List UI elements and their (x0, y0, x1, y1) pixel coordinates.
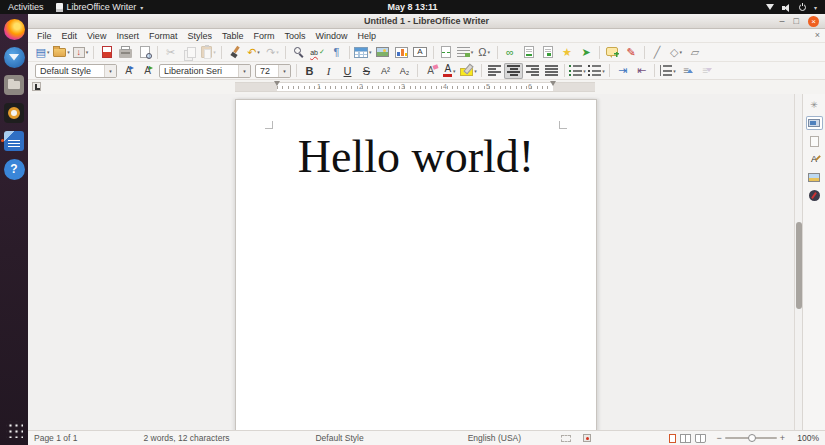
print-preview-button[interactable] (135, 44, 154, 60)
zoom-slider[interactable]: − + (716, 434, 785, 443)
page-style[interactable]: Default Style (315, 433, 363, 443)
basic-shapes-button[interactable]: ◇▾ (667, 44, 686, 60)
document-page[interactable]: Hello world! (235, 99, 597, 430)
redo-button[interactable]: ↷▾ (263, 44, 282, 60)
ordered-list-button[interactable]: ▾ (587, 63, 606, 79)
spelling-button[interactable]: ab✓ (308, 44, 327, 60)
strikethrough-button[interactable]: S (357, 63, 376, 79)
menu-form[interactable]: Form (248, 31, 279, 41)
tab-stop-selector[interactable] (32, 82, 41, 91)
clone-formatting-button[interactable] (225, 44, 244, 60)
menu-help[interactable]: Help (352, 31, 381, 41)
open-button[interactable]: ▾ (52, 44, 71, 60)
insert-page-break-button[interactable] (437, 44, 456, 60)
menu-edit[interactable]: Edit (57, 31, 83, 41)
dock-item-rhythmbox[interactable] (1, 100, 27, 126)
dock-item-libreoffice-writer[interactable] (1, 128, 27, 154)
find-replace-button[interactable] (289, 44, 308, 60)
menu-file[interactable]: File (32, 31, 57, 41)
italic-button[interactable]: I (319, 63, 338, 79)
insert-endnote-button[interactable] (539, 44, 558, 60)
highlight-color-button[interactable]: ▾ (459, 63, 478, 79)
tab-page[interactable] (806, 134, 823, 148)
cut-button[interactable]: ✂ (161, 44, 180, 60)
menu-insert[interactable]: Insert (111, 31, 144, 41)
justify-button[interactable] (542, 63, 561, 79)
unordered-list-button[interactable]: ▾ (568, 63, 587, 79)
subscript-button[interactable]: A₂ (395, 63, 414, 79)
dock-item-thunderbird[interactable] (1, 44, 27, 70)
minimize-button[interactable]: – (780, 16, 785, 26)
insert-image-button[interactable] (373, 44, 392, 60)
save-button[interactable]: ↓▾ (71, 44, 90, 60)
multi-page-view-button[interactable] (680, 434, 691, 443)
word-count[interactable]: 2 words, 12 characters (143, 433, 229, 443)
export-pdf-button[interactable] (97, 44, 116, 60)
font-name-combobox[interactable]: Liberation Seri ▾ (159, 64, 251, 78)
horizontal-ruler[interactable]: 1 2 3 4 5 6 (28, 79, 825, 94)
insert-text-box-button[interactable]: A (411, 44, 430, 60)
close-button[interactable]: × (808, 16, 819, 27)
show-applications-button[interactable] (1, 416, 27, 442)
align-left-button[interactable] (485, 63, 504, 79)
insert-hyperlink-button[interactable]: ∞ (501, 44, 520, 60)
title-bar[interactable]: Untitled 1 - LibreOffice Writer – □ × (28, 14, 825, 29)
tab-properties[interactable] (806, 116, 823, 130)
increase-paragraph-spacing-button[interactable]: ≡ (677, 63, 696, 79)
document-text[interactable]: Hello world! (236, 130, 596, 183)
tab-styles[interactable]: A (806, 152, 823, 166)
insert-footnote-button[interactable] (520, 44, 539, 60)
increase-indent-button[interactable]: ⇥ (613, 63, 632, 79)
insert-chart-button[interactable] (392, 44, 411, 60)
align-right-button[interactable] (523, 63, 542, 79)
paste-button[interactable]: ▾ (199, 44, 218, 60)
system-status-menu[interactable]: ▾ (766, 3, 825, 12)
decrease-indent-button[interactable]: ⇤ (632, 63, 651, 79)
line-spacing-button[interactable]: ▾ (658, 63, 677, 79)
menu-view[interactable]: View (82, 31, 111, 41)
print-button[interactable] (116, 44, 135, 60)
zoom-level[interactable]: 100% (793, 433, 819, 443)
close-document-button[interactable]: × (815, 30, 820, 40)
font-size-combobox[interactable]: 72 ▾ (255, 64, 291, 78)
left-indent-marker[interactable] (274, 81, 280, 86)
dock-item-firefox[interactable] (1, 16, 27, 42)
workspace[interactable]: Hello world! (28, 94, 795, 430)
track-changes-button[interactable]: ✎ (622, 44, 641, 60)
dock-item-help[interactable]: ? (1, 156, 27, 182)
menu-format[interactable]: Format (144, 31, 183, 41)
superscript-button[interactable]: A² (376, 63, 395, 79)
tab-navigator[interactable] (806, 188, 823, 202)
paragraph-style-combobox[interactable]: Default Style ▾ (35, 64, 117, 78)
show-draw-functions-button[interactable]: ▱ (686, 44, 705, 60)
zoom-handle[interactable] (748, 434, 756, 442)
menu-table[interactable]: Table (217, 31, 249, 41)
new-style-button[interactable]: A (138, 63, 157, 79)
single-page-view-button[interactable] (669, 434, 676, 443)
decrease-paragraph-spacing-button[interactable]: ≡ (696, 63, 715, 79)
copy-button[interactable] (180, 44, 199, 60)
zoom-in-icon[interactable]: + (780, 434, 785, 443)
align-center-button[interactable] (504, 63, 523, 79)
sidebar-settings-button[interactable]: ✳ (806, 98, 823, 112)
dock-item-files[interactable] (1, 72, 27, 98)
page-count[interactable]: Page 1 of 1 (34, 433, 77, 443)
app-menu-button[interactable]: LibreOffice Writer ▾ (56, 2, 144, 12)
update-style-button[interactable]: A (119, 63, 138, 79)
insert-special-character-button[interactable]: Ω▾ (475, 44, 494, 60)
menu-window[interactable]: Window (310, 31, 352, 41)
insert-line-button[interactable]: ╱ (648, 44, 667, 60)
insert-table-button[interactable]: ▾ (353, 44, 373, 60)
zoom-out-icon[interactable]: − (716, 434, 721, 443)
menu-styles[interactable]: Styles (182, 31, 217, 41)
maximize-button[interactable]: □ (794, 16, 799, 26)
underline-button[interactable]: U (338, 63, 357, 79)
book-view-button[interactable] (695, 434, 706, 443)
tab-gallery[interactable] (806, 170, 823, 184)
right-indent-marker[interactable] (550, 81, 556, 86)
text-language[interactable]: English (USA) (468, 433, 521, 443)
undo-button[interactable]: ↶▾ (244, 44, 263, 60)
insert-field-button[interactable]: ▾ (456, 44, 475, 60)
insert-bookmark-button[interactable]: ★ (558, 44, 577, 60)
ruler-strip[interactable]: 1 2 3 4 5 6 (235, 82, 595, 92)
